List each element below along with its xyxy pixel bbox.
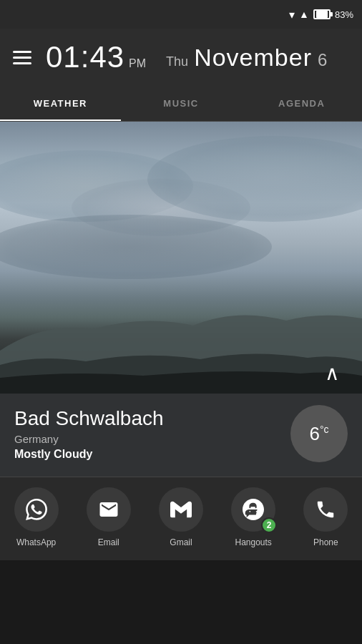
email-label: Email: [98, 537, 119, 547]
tab-agenda-label: AGENDA: [278, 98, 325, 109]
whatsapp-label: WhatsApp: [16, 537, 56, 547]
tab-bar: WEATHER MUSIC AGENDA: [0, 86, 362, 122]
gmail-label: Gmail: [170, 537, 192, 547]
phone-icon: [315, 499, 336, 520]
hamburger-menu-button[interactable]: [13, 51, 31, 64]
hangouts-icon: [243, 499, 264, 520]
tab-weather[interactable]: WEATHER: [0, 86, 121, 121]
gmail-icon-wrapper: [159, 487, 203, 532]
header-bar: 01:43 PM Thu November 6: [0, 29, 362, 86]
date-display: Thu November 6: [166, 44, 327, 72]
app-dock: WhatsApp Email Gmail 2 Hangouts: [0, 477, 362, 560]
weather-text: Bad Schwalbach Germany Mostly Cloudy: [14, 407, 290, 461]
country-name: Germany: [14, 433, 290, 445]
status-bar: 83%: [0, 0, 362, 29]
clock-ampm: PM: [129, 57, 146, 70]
wifi-icon: [289, 8, 295, 21]
temperature-value: 6°c: [309, 423, 328, 445]
weather-info-panel: Bad Schwalbach Germany Mostly Cloudy 6°c: [0, 394, 362, 477]
weather-background: ∧: [0, 122, 362, 394]
phone-label: Phone: [313, 537, 338, 547]
dock-item-whatsapp[interactable]: WhatsApp: [14, 487, 59, 547]
month-name: November: [194, 44, 312, 72]
battery-percent: 83%: [335, 9, 353, 20]
chevron-up-icon: ∧: [325, 364, 340, 384]
whatsapp-icon: [26, 499, 47, 520]
day-name: Thu: [166, 54, 188, 69]
city-name: Bad Schwalbach: [14, 407, 290, 430]
hangouts-icon-wrapper: 2: [231, 487, 275, 532]
dock-item-gmail[interactable]: Gmail: [159, 487, 203, 547]
tab-weather-label: WEATHER: [34, 98, 87, 109]
tab-agenda[interactable]: AGENDA: [241, 86, 362, 121]
tab-music[interactable]: MUSIC: [121, 86, 242, 121]
whatsapp-icon-wrapper: [14, 487, 59, 532]
dock-item-phone[interactable]: Phone: [303, 487, 348, 547]
gmail-icon: [170, 499, 192, 520]
chevron-up-button[interactable]: ∧: [316, 361, 348, 386]
time-display: 01:43 PM: [46, 40, 146, 74]
battery-icon: [313, 9, 331, 19]
hangouts-label: Hangouts: [235, 537, 271, 547]
email-icon: [98, 499, 119, 520]
hangouts-badge: 2: [261, 517, 277, 533]
signal-icon: [299, 9, 309, 20]
email-icon-wrapper: [87, 487, 131, 532]
tab-music-label: MUSIC: [163, 98, 198, 109]
dock-item-email[interactable]: Email: [87, 487, 131, 547]
landscape-silhouette: [0, 265, 362, 394]
dock-item-hangouts[interactable]: 2 Hangouts: [231, 487, 275, 547]
temperature-badge: 6°c: [290, 405, 348, 462]
day-number: 6: [318, 50, 327, 70]
weather-condition: Mostly Cloudy: [14, 448, 290, 461]
phone-icon-wrapper: [303, 487, 348, 532]
clock-time: 01:43: [46, 40, 124, 74]
